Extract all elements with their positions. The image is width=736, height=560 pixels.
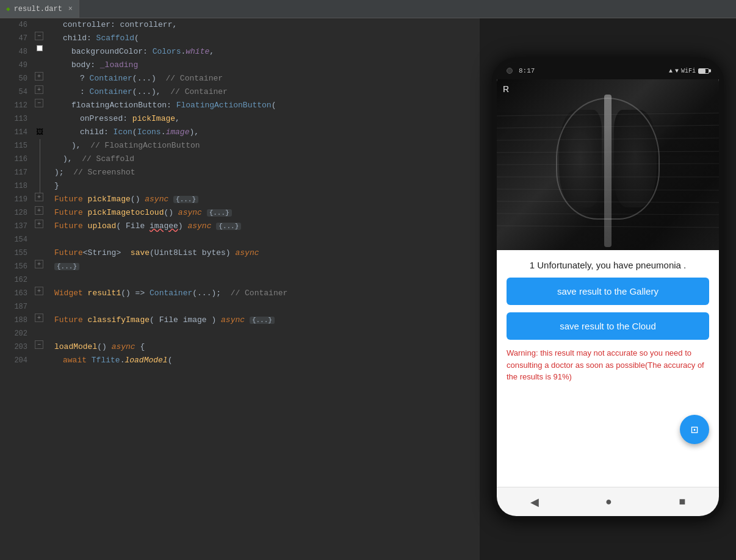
save-gallery-button[interactable]: save result to the Gallery [507, 278, 709, 305]
code-area: 46controller: controllerr,47−child: Scaf… [0, 18, 480, 560]
code-editor: 46controller: controllerr,47−child: Scaf… [0, 18, 480, 560]
file-tab[interactable]: ◆ result.dart × [0, 0, 79, 18]
code-content: ), // FloatingActionButton [46, 139, 480, 153]
tab-close-btn[interactable]: × [68, 5, 73, 13]
line-number: 203 [0, 340, 34, 354]
gutter: − [34, 99, 46, 107]
code-line: 204await Tflite.loadModel( [0, 354, 480, 367]
gutter [34, 166, 46, 179]
gutter: + [34, 206, 46, 215]
photo-marker: 🖼 [36, 126, 43, 139]
code-line: 187 [0, 300, 480, 314]
xray-label: R [503, 84, 509, 94]
code-line: 119+Future pickImage() async {...} [0, 193, 480, 206]
code-content: Future upload( File imagee) async {...} [46, 220, 480, 233]
code-content: } [46, 179, 480, 193]
signal-icon: ▲ [669, 68, 673, 74]
code-content: {...} [46, 260, 480, 273]
nav-recent-button[interactable]: ■ [666, 490, 698, 513]
code-content: ), // Scaffold [46, 153, 480, 166]
fold-line [40, 153, 40, 166]
code-content: backgroundColor: Colors.white, [46, 45, 480, 59]
gutter: − [34, 340, 46, 349]
line-number: 163 [0, 287, 34, 300]
line-number: 187 [0, 300, 34, 314]
svg-line-0 [497, 113, 719, 116]
svg-line-2 [497, 138, 719, 140]
line-number: 48 [0, 45, 34, 59]
gutter: − [34, 32, 46, 40]
code-line: 162 [0, 273, 480, 287]
fold-expand-icon[interactable]: + [35, 314, 43, 322]
status-right: ▲ ▼ WiFi [669, 68, 709, 74]
code-content: loadModel() async { [46, 340, 480, 354]
code-line: 118} [0, 179, 480, 193]
svg-line-7 [497, 201, 719, 203]
fold-collapse-icon[interactable]: − [35, 340, 43, 349]
code-content: await Tflite.loadModel( [46, 354, 480, 367]
fold-expand-icon[interactable]: + [35, 193, 43, 201]
code-content: controller: controllerr, [46, 18, 480, 32]
line-number: 137 [0, 220, 34, 233]
camera-icon [507, 68, 513, 74]
gutter: + [34, 260, 46, 268]
code-line: 117); // Screenshot [0, 166, 480, 179]
save-cloud-button[interactable]: save result to the Cloud [507, 312, 709, 340]
code-line: 203−loadModel() async { [0, 340, 480, 354]
code-content: child: Icon(Icons.image), [46, 126, 480, 139]
fold-expand-icon[interactable]: + [35, 72, 43, 81]
code-content: body: _loading [46, 59, 480, 72]
svg-line-8 [497, 214, 719, 215]
code-line: 47−child: Scaffold( [0, 32, 480, 45]
gutter: + [34, 314, 46, 322]
code-line: 156+{...} [0, 260, 480, 273]
code-line: 54+: Container(...), // Container [0, 85, 480, 99]
line-number: 115 [0, 139, 34, 153]
code-line: 49body: _loading [0, 59, 480, 72]
fold-expand-icon[interactable]: + [35, 260, 43, 268]
fab-button[interactable]: ⊡ [680, 415, 709, 444]
code-content: Future<String> save(Uint8List bytes) asy… [46, 246, 480, 260]
fold-expand-icon[interactable]: + [35, 206, 43, 215]
gutter: 🖼 [34, 126, 46, 139]
fold-expand-icon[interactable]: + [35, 85, 43, 94]
line-number: 119 [0, 193, 34, 206]
code-line: 154 [0, 233, 480, 246]
line-number: 188 [0, 314, 34, 327]
nav-back-button[interactable]: ◀ [518, 490, 551, 514]
fold-expand-icon[interactable]: + [35, 220, 43, 228]
code-line: 46controller: controllerr, [0, 18, 480, 32]
nav-home-button[interactable]: ● [593, 490, 624, 513]
line-number: 117 [0, 166, 34, 179]
code-content: : Container(...), // Container [46, 85, 480, 99]
xray-image: R [497, 79, 719, 250]
line-number: 46 [0, 18, 34, 32]
line-number: 155 [0, 246, 34, 260]
fab-icon: ⊡ [691, 422, 698, 437]
code-content: ? Container(...) // Container [46, 72, 480, 85]
code-line: 114🖼child: Icon(Icons.image), [0, 126, 480, 139]
line-number: 116 [0, 153, 34, 166]
svg-line-4 [497, 163, 719, 165]
fold-expand-icon[interactable]: + [35, 287, 43, 295]
gutter [34, 139, 46, 153]
svg-line-3 [497, 151, 719, 153]
line-number: 118 [0, 179, 34, 193]
tab-filename: result.dart [14, 5, 62, 13]
fold-collapse-icon[interactable]: − [35, 99, 43, 107]
fold-collapse-icon[interactable]: − [35, 32, 43, 40]
line-number: 113 [0, 112, 34, 126]
line-number: 47 [0, 32, 34, 45]
code-line: 50+? Container(...) // Container [0, 72, 480, 85]
line-number: 202 [0, 327, 34, 340]
code-line: 115), // FloatingActionButton [0, 139, 480, 153]
line-number: 114 [0, 126, 34, 139]
code-line: 202 [0, 327, 480, 340]
line-number: 156 [0, 260, 34, 273]
gutter: + [34, 287, 46, 295]
code-content: child: Scaffold( [46, 32, 480, 45]
line-number: 49 [0, 59, 34, 72]
gutter [34, 153, 46, 166]
phone-mockup: 8:17 ▲ ▼ WiFi [492, 57, 724, 521]
line-number: 154 [0, 233, 34, 246]
